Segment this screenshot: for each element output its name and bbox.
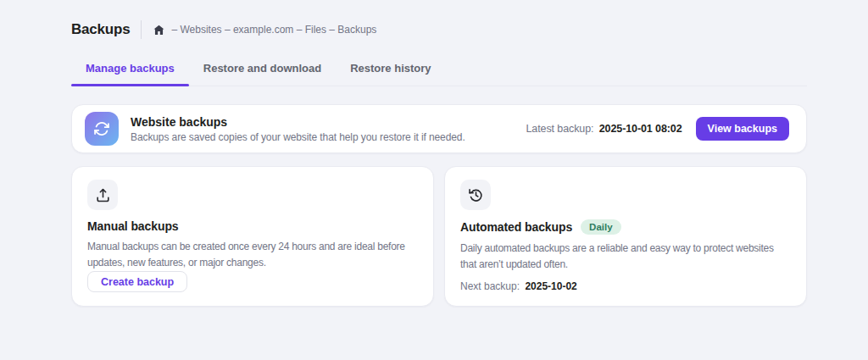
latest-backup-label: Latest backup: xyxy=(526,123,593,135)
banner-description: Backups are saved copies of your website… xyxy=(131,131,526,143)
manual-backups-description: Manual backups can be created once every… xyxy=(87,239,418,271)
daily-badge: Daily xyxy=(581,219,621,235)
tab-manage-backups[interactable]: Manage backups xyxy=(71,55,189,86)
page-header: Backups – Websites – example.com – Files… xyxy=(71,0,807,39)
latest-backup-value: 2025-10-01 08:02 xyxy=(599,123,682,135)
tab-bar: Manage backups Restore and download Rest… xyxy=(71,55,807,86)
banner-right: Latest backup: 2025-10-01 08:02 View bac… xyxy=(526,117,789,141)
automated-backups-description: Daily automated backups are a reliable a… xyxy=(460,241,791,273)
banner-text: Website backups Backups are saved copies… xyxy=(131,115,526,143)
page-title: Backups xyxy=(71,21,130,38)
home-icon[interactable] xyxy=(153,24,165,36)
next-backup: Next backup: 2025-10-02 xyxy=(460,280,577,292)
manual-backups-card: Manual backups Manual backups can be cre… xyxy=(71,166,434,307)
next-backup-value: 2025-10-02 xyxy=(525,280,576,292)
banner-title: Website backups xyxy=(131,115,526,129)
manual-backups-title: Manual backups xyxy=(87,219,179,233)
backup-cards: Manual backups Manual backups can be cre… xyxy=(71,166,807,307)
next-backup-label: Next backup: xyxy=(460,280,520,292)
sync-icon xyxy=(85,112,119,146)
upload-icon xyxy=(87,180,118,210)
automated-title-row: Automated backups Daily xyxy=(460,219,621,235)
tab-restore-and-download[interactable]: Restore and download xyxy=(189,55,336,86)
automated-backups-card: Automated backups Daily Daily automated … xyxy=(444,166,807,307)
history-icon xyxy=(460,180,491,210)
header-divider xyxy=(141,20,142,39)
tab-restore-history[interactable]: Restore history xyxy=(336,55,445,86)
manual-title-row: Manual backups xyxy=(87,219,179,233)
website-backups-banner: Website backups Backups are saved copies… xyxy=(71,104,807,153)
breadcrumb-text: – Websites – example.com – Files – Backu… xyxy=(171,24,376,36)
backups-page: Backups – Websites – example.com – Files… xyxy=(71,0,807,307)
automated-backups-title: Automated backups xyxy=(460,220,572,234)
view-backups-button[interactable]: View backups xyxy=(696,117,789,141)
breadcrumb[interactable]: – Websites – example.com – Files – Backu… xyxy=(153,24,376,36)
create-backup-button[interactable]: Create backup xyxy=(87,271,187,292)
latest-backup: Latest backup: 2025-10-01 08:02 xyxy=(526,123,682,135)
